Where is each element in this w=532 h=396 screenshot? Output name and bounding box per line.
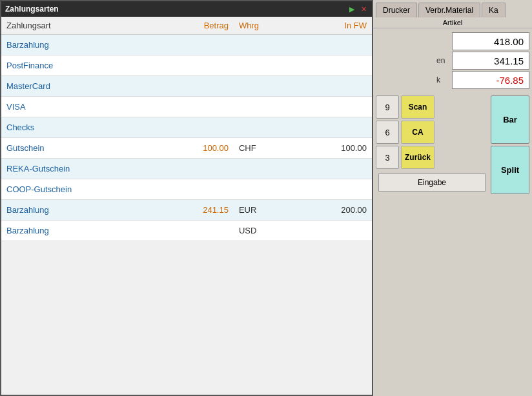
cell-betrag — [159, 55, 234, 76]
cell-whrg: USD — [234, 221, 297, 241]
table-row[interactable]: VISA — [1, 97, 372, 117]
numpad-row-2: 6 CA — [376, 121, 488, 144]
value-box-2: 341.15 — [452, 52, 529, 70]
table-row[interactable]: Barzahlung241.15EUR200.00 — [1, 200, 372, 221]
cell-zahlungsart: PostFinance — [1, 55, 159, 76]
payment-table: Zahlungsart Betrag Whrg In FW Barzahlung… — [1, 17, 372, 241]
dialog-titlebar: Zahlungsarten ▶ ✕ — [1, 1, 372, 17]
titlebar-play-button[interactable]: ▶ — [347, 5, 356, 14]
titlebar-close-button[interactable]: ✕ — [359, 5, 368, 14]
cell-infw — [297, 179, 372, 200]
value-row-2: en 341.15 — [376, 52, 529, 70]
table-row[interactable]: MasterCard — [1, 76, 372, 97]
table-row[interactable]: Checks — [1, 117, 372, 138]
right-btns: Bar Split — [491, 95, 529, 393]
cell-betrag — [159, 97, 234, 117]
value-box-3: -76.85 — [452, 71, 529, 89]
cell-zahlungsart: REKA-Gutschein — [1, 159, 159, 179]
cell-whrg — [234, 179, 297, 200]
cell-betrag — [159, 179, 234, 200]
cell-whrg — [234, 159, 297, 179]
numpad-row-3: 3 Zurück — [376, 146, 488, 169]
cell-infw — [297, 221, 372, 241]
num-btn-6[interactable]: 6 — [376, 121, 399, 144]
split-button[interactable]: Split — [491, 146, 529, 194]
cell-infw — [297, 159, 372, 179]
dialog-title: Zahlungsarten — [5, 5, 59, 14]
numpad-left: 9 Scan 6 CA 3 Zurück Eingabe — [376, 95, 488, 393]
table-row[interactable]: Gutschein100.00CHF100.00 — [1, 138, 372, 159]
cell-zahlungsart: Barzahlung — [1, 35, 159, 55]
cell-betrag — [159, 159, 234, 179]
zahlungsarten-dialog: Zahlungsarten ▶ ✕ Zahlungsart Betrag Whr… — [0, 0, 373, 396]
table-row[interactable]: PostFinance — [1, 55, 372, 76]
cell-betrag — [159, 221, 234, 241]
tab-ka[interactable]: Ka — [482, 3, 506, 17]
artikel-label: Artikel — [443, 19, 463, 26]
cell-zahlungsart: Checks — [1, 117, 159, 138]
num-btn-3[interactable]: 3 — [376, 146, 399, 169]
col-header-zahlungsart: Zahlungsart — [1, 17, 159, 35]
cell-betrag — [159, 117, 234, 138]
value-box-1: 418.00 — [452, 32, 529, 50]
scan-button[interactable]: Scan — [401, 95, 435, 119]
cell-betrag — [159, 35, 234, 55]
zuruck-button[interactable]: Zurück — [401, 146, 435, 169]
cell-zahlungsart: Barzahlung — [1, 221, 159, 241]
value-label-2: en — [436, 56, 449, 65]
eingabe-button[interactable]: Eingabe — [378, 173, 486, 192]
cell-infw: 200.00 — [297, 200, 372, 221]
table-row[interactable]: COOP-Gutschein — [1, 179, 372, 200]
cell-zahlungsart: Barzahlung — [1, 200, 159, 221]
titlebar-buttons: ▶ ✕ — [347, 5, 368, 14]
artikel-bar: Artikel — [373, 17, 532, 28]
cell-whrg: EUR — [234, 200, 297, 221]
numpad-area: 9 Scan 6 CA 3 Zurück Eingabe Bar Split — [373, 93, 532, 396]
cell-betrag: 241.15 — [159, 200, 234, 221]
tab-verbr-material[interactable]: Verbr.Material — [418, 3, 480, 17]
eingabe-row: Eingabe — [376, 171, 488, 194]
cell-betrag: 100.00 — [159, 138, 234, 159]
right-panel: Drucker Verbr.Material Ka Artikel 418.00… — [373, 0, 532, 396]
cell-infw: 100.00 — [297, 138, 372, 159]
cell-infw — [297, 76, 372, 97]
col-header-whrg: Whrg — [234, 17, 297, 35]
cell-infw — [297, 97, 372, 117]
value-displays: 418.00 en 341.15 k -76.85 — [373, 28, 532, 93]
table-body: BarzahlungPostFinanceMasterCardVISACheck… — [1, 35, 372, 241]
cell-zahlungsart: COOP-Gutschein — [1, 179, 159, 200]
table-row[interactable]: Barzahlung — [1, 35, 372, 55]
value-row-1: 418.00 — [376, 32, 529, 50]
tab-drucker[interactable]: Drucker — [376, 3, 417, 17]
bar-button[interactable]: Bar — [491, 95, 529, 144]
cell-zahlungsart: VISA — [1, 97, 159, 117]
col-header-betrag: Betrag — [159, 17, 234, 35]
cell-infw — [297, 55, 372, 76]
table-row[interactable]: BarzahlungUSD — [1, 221, 372, 241]
numpad-row-1: 9 Scan — [376, 95, 488, 119]
cell-zahlungsart: Gutschein — [1, 138, 159, 159]
cell-whrg — [234, 97, 297, 117]
num-btn-9[interactable]: 9 — [376, 95, 399, 119]
value-row-3: k -76.85 — [376, 71, 529, 89]
cell-infw — [297, 35, 372, 55]
value-label-3: k — [436, 75, 449, 84]
top-tabs: Drucker Verbr.Material Ka — [373, 0, 532, 17]
cell-betrag — [159, 76, 234, 97]
cell-whrg — [234, 117, 297, 138]
cell-zahlungsart: MasterCard — [1, 76, 159, 97]
cell-whrg — [234, 35, 297, 55]
cell-whrg — [234, 76, 297, 97]
cell-whrg — [234, 55, 297, 76]
table-row[interactable]: REKA-Gutschein — [1, 159, 372, 179]
cell-infw — [297, 117, 372, 138]
ca-button[interactable]: CA — [401, 121, 435, 144]
cell-whrg: CHF — [234, 138, 297, 159]
col-header-infw: In FW — [297, 17, 372, 35]
dialog-content: Zahlungsart Betrag Whrg In FW Barzahlung… — [1, 17, 372, 395]
table-header-row: Zahlungsart Betrag Whrg In FW — [1, 17, 372, 35]
